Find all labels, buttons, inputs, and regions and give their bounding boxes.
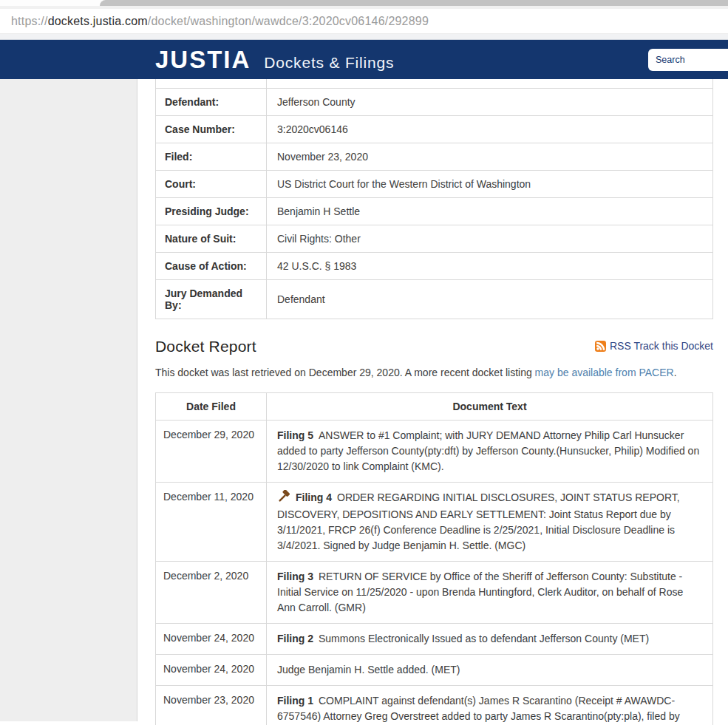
table-row: Cause of Action: 42 U.S.C. § 1983 (156, 252, 713, 279)
case-field-label: Defendant: (156, 88, 267, 115)
docket-retrieved-note: This docket was last retrieved on Decemb… (155, 367, 713, 378)
table-row: Court: US District Court for the Western… (156, 170, 713, 197)
case-field-value: Jefferson County (267, 88, 713, 115)
table-row: Jury Demanded By: Defendant (156, 279, 713, 319)
pacer-link[interactable]: may be available from PACER (535, 367, 674, 378)
docket-entry-text: COMPLAINT against defendant(s) James R S… (277, 695, 691, 725)
site-header: JUSTIA Dockets & Filings (0, 40, 728, 79)
case-field-value: US District Court for the Western Distri… (267, 170, 713, 197)
table-row-partial (156, 79, 713, 88)
docket-row: December 11, 2020 Filing 4ORDER REGARDIN… (156, 482, 713, 561)
browser-tab-strip (0, 0, 728, 6)
docket-entry-text: ORDER REGARDING INITIAL DISCLOSURES, JOI… (277, 491, 680, 551)
filing-number-label: Filing 3 (277, 571, 313, 582)
case-field-value: Civil Rights: Other (267, 225, 713, 252)
url-path: /docket/washington/wawdce/3:2020cv06146/… (148, 15, 429, 28)
docket-row: November 23, 2020 Filing 1COMPLAINT agai… (156, 685, 713, 725)
table-row: Case Number: 3:2020cv06146 (156, 115, 713, 143)
table-row: Filed: November 23, 2020 (156, 143, 713, 170)
table-row: Presiding Judge: Benjamin H Settle (156, 197, 713, 225)
docket-entry-text: RETURN OF SERVICE by Office of the Sheri… (277, 571, 683, 613)
case-field-label: Cause of Action: (156, 252, 267, 279)
document-text-cell: Judge Benjamin H. Settle added. (MET) (267, 654, 713, 685)
docket-entry-text: Judge Benjamin H. Settle added. (MET) (277, 664, 460, 675)
document-text-cell: Filing 5ANSWER to #1 Complaint; with JUR… (267, 420, 713, 482)
retrieved-text: This docket was last retrieved on Decemb… (155, 367, 535, 378)
rss-icon (595, 341, 606, 352)
url-domain: dockets.justia.com (48, 15, 148, 28)
case-field-value: Defendant (267, 279, 713, 319)
docket-report-header-row: Docket Report RSS Track this Docket (155, 338, 713, 355)
case-field-value: Benjamin H Settle (267, 197, 713, 225)
case-info-table: Defendant: Jefferson County Case Number:… (155, 79, 713, 319)
main-area: Defendant: Jefferson County Case Number:… (0, 79, 728, 724)
logo-group: JUSTIA Dockets & Filings (155, 47, 394, 72)
docket-entry-text: Summons Electronically Issued as to defe… (319, 633, 649, 644)
docket-row: November 24, 2020 Judge Benjamin H. Sett… (156, 654, 713, 685)
justia-logo[interactable]: JUSTIA (155, 47, 251, 72)
url-bar-divider (0, 34, 728, 40)
date-filed-cell: November 23, 2020 (156, 685, 267, 725)
retrieved-text-end: . (674, 367, 677, 378)
rss-track-label: RSS Track this Docket (610, 340, 713, 352)
docket-report-title: Docket Report (155, 338, 256, 355)
case-field-value: 42 U.S.C. § 1983 (267, 252, 713, 279)
left-gutter-panel (0, 79, 137, 721)
document-text-cell: Filing 4ORDER REGARDING INITIAL DISCLOSU… (267, 482, 713, 561)
case-field-value: November 23, 2020 (267, 143, 713, 170)
case-field-label: Court: (156, 170, 267, 197)
date-filed-cell: December 11, 2020 (156, 482, 267, 561)
url-protocol: https:// (11, 15, 48, 28)
document-text-column-header: Document Text (267, 392, 713, 420)
case-field-label: Presiding Judge: (156, 197, 267, 225)
document-text-cell: Filing 2Summons Electronically Issued as… (267, 623, 713, 654)
document-text-cell: Filing 3RETURN OF SERVICE by Office of t… (267, 561, 713, 623)
page-content: Defendant: Jefferson County Case Number:… (155, 79, 713, 725)
dockets-filings-tagline[interactable]: Dockets & Filings (264, 55, 394, 70)
case-field-label: Nature of Suit: (156, 225, 267, 252)
filing-number-label: Filing 2 (277, 633, 313, 644)
search-input[interactable] (648, 49, 728, 71)
docket-row: November 24, 2020 Filing 2Summons Electr… (156, 623, 713, 654)
docket-entry-text: ANSWER to #1 Complaint; with JURY DEMAND… (277, 429, 699, 472)
docket-row: December 29, 2020 Filing 5ANSWER to #1 C… (156, 420, 713, 482)
docket-row: December 2, 2020 Filing 3RETURN OF SERVI… (156, 561, 713, 623)
date-filed-cell: December 29, 2020 (156, 420, 267, 482)
table-row: Defendant: Jefferson County (156, 88, 713, 115)
case-field-label: Jury Demanded By: (156, 279, 267, 319)
table-row: Nature of Suit: Civil Rights: Other (156, 225, 713, 252)
filing-number-label: Filing 4 (296, 491, 332, 503)
rss-track-link[interactable]: RSS Track this Docket (595, 340, 713, 352)
date-filed-column-header: Date Filed (156, 392, 267, 420)
url-bar[interactable]: https://dockets.justia.com/docket/washin… (0, 9, 728, 34)
date-filed-cell: November 24, 2020 (156, 623, 267, 654)
case-field-label: Case Number: (156, 115, 267, 143)
table-header-row: Date Filed Document Text (156, 392, 713, 420)
case-field-label: Filed: (156, 143, 267, 170)
date-filed-cell: December 2, 2020 (156, 561, 267, 623)
filing-number-label: Filing 1 (277, 695, 313, 707)
document-text-cell: Filing 1COMPLAINT against defendant(s) J… (267, 685, 713, 725)
case-field-value: 3:2020cv06146 (267, 115, 713, 143)
filing-number-label: Filing 5 (277, 429, 313, 441)
date-filed-cell: November 24, 2020 (156, 654, 267, 685)
browser-tab[interactable] (100, 0, 728, 6)
gavel-icon (277, 490, 291, 507)
docket-report-table: Date Filed Document Text December 29, 20… (155, 392, 713, 725)
